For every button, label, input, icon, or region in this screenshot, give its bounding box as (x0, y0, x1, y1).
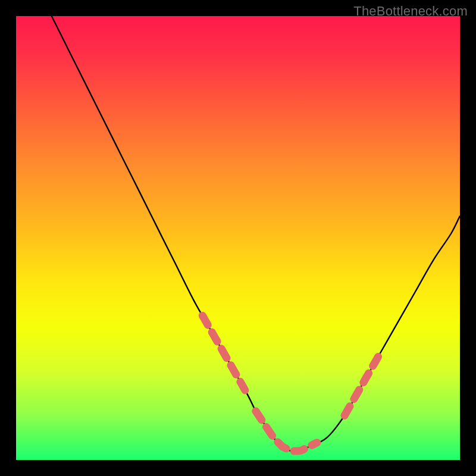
marker-segment (202, 316, 245, 390)
curve-svg (16, 16, 460, 460)
curve-layer (52, 16, 460, 452)
marker-segment (256, 411, 317, 451)
watermark-text: TheBottleneck.com (353, 4, 468, 19)
marker-segment (345, 355, 379, 416)
marker-layer (202, 316, 379, 452)
chart-container: TheBottleneck.com (0, 0, 476, 476)
bottleneck-curve (52, 16, 460, 452)
plot-area (16, 16, 460, 460)
